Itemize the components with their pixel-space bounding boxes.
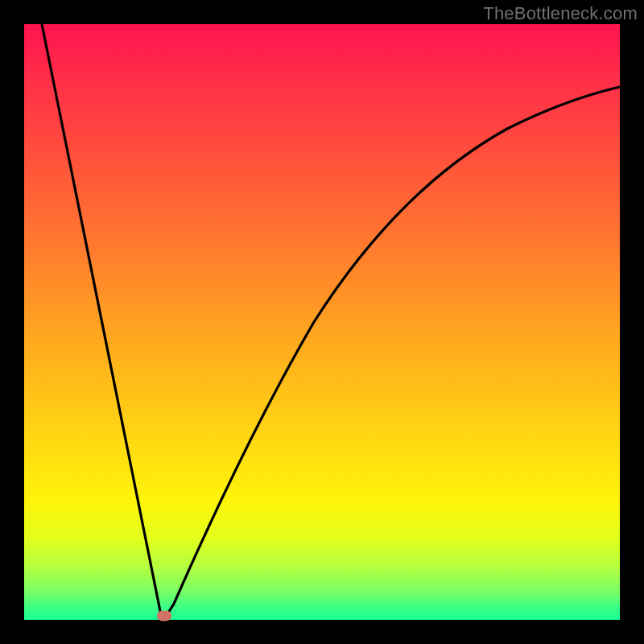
plot-area <box>24 24 620 620</box>
chart-frame: TheBottleneck.com <box>0 0 644 644</box>
watermark-text: TheBottleneck.com <box>483 3 638 24</box>
bottleneck-curve <box>24 24 620 620</box>
optimal-point-marker <box>157 611 171 621</box>
curve-path <box>42 24 620 617</box>
